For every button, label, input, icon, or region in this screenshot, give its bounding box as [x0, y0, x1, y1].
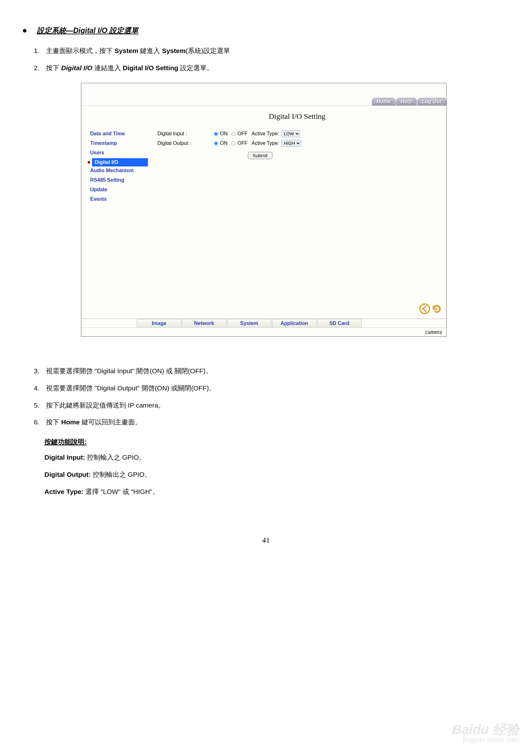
reload-icon[interactable]	[431, 303, 443, 316]
digital-input-row: Digital Input : ON OFF Active Type: LOW	[158, 130, 437, 137]
tab-network[interactable]: Network	[182, 319, 226, 328]
step-3: 視需要選擇開啓 "Digital Input" 開啓(ON) 或 關閉(OFF)…	[41, 365, 510, 377]
sidebar-item-users[interactable]: Users	[88, 148, 148, 157]
digital-input-active-type-select[interactable]: LOW	[282, 130, 300, 137]
content-area: Date and Time Timestamp Users Digital I/…	[81, 105, 446, 319]
step-6: 按下 Home 鍵可以回到主畫面。	[41, 417, 510, 428]
topbar-area: Home Help Log Out	[81, 83, 446, 105]
footer-label: camera	[81, 328, 446, 337]
sidebar-item-rs485[interactable]: RS485 Setting	[88, 176, 148, 184]
sidebar: Date and Time Timestamp Users Digital I/…	[81, 106, 148, 319]
steps-bottom: 視需要選擇開啓 "Digital Input" 開啓(ON) 或 關閉(OFF)…	[41, 365, 510, 428]
active-type-label: Active Type:	[251, 131, 279, 137]
tab-system[interactable]: System	[227, 319, 271, 328]
digital-output-active-type-select[interactable]: HIGH	[282, 140, 301, 147]
digital-output-controls: ON OFF Active Type: HIGH	[212, 140, 437, 147]
digital-output-label: Digital Output :	[158, 140, 212, 146]
tabbar-spacer	[81, 319, 137, 328]
digital-output-on-radio[interactable]	[214, 141, 218, 146]
digital-input-off-radio[interactable]	[231, 132, 236, 136]
topbar: Home Help Log Out	[371, 98, 446, 105]
step-1: 主畫面顯示模式，按下 System 鍵進入 System(系統)設定選單	[41, 45, 510, 57]
submit-row: Submit	[248, 152, 437, 159]
back-icon[interactable]	[419, 303, 430, 316]
sidebar-item-timestamp[interactable]: Timestamp	[88, 139, 148, 148]
sidebar-item-digital-io[interactable]: Digital I/O	[92, 158, 148, 167]
keydesc-3: Active Type: 選擇 "LOW" 或 "HIGH"。	[44, 486, 510, 498]
sidebar-item-events[interactable]: Events	[88, 195, 148, 203]
logout-button[interactable]: Log Out	[418, 98, 446, 105]
svg-point-0	[420, 304, 429, 313]
keydesc-2: Digital Output: 控制輸出之 GPIO。	[44, 469, 510, 481]
steps-top: 主畫面顯示模式，按下 System 鍵進入 System(系統)設定選單 按下 …	[41, 45, 510, 73]
step-2: 按下 Digital I/O 連結進入 Digital I/O Setting …	[41, 62, 510, 74]
main-panel: Digital I/O Setting Digital Input : ON O…	[148, 106, 446, 319]
page-number: 41	[22, 536, 510, 545]
home-button[interactable]: Home	[372, 98, 395, 105]
bottom-tabbar: Image Network System Application SD Card	[81, 319, 446, 328]
app-window: Home Help Log Out Date and Time Timestam…	[81, 83, 446, 337]
tab-application[interactable]: Application	[272, 319, 317, 328]
keydesc-1: Digital Input: 控制輸入之 GPIO。	[44, 451, 510, 464]
tab-sdcard[interactable]: SD Card	[317, 319, 362, 328]
keydesc-title: 按鍵功能說明:	[44, 437, 510, 446]
step-4: 視需要選擇開啓 "Digital Output" 開啓(ON) 或關閉(OFF)…	[41, 383, 510, 394]
tab-image[interactable]: Image	[137, 319, 181, 328]
bullet-icon: ●	[22, 25, 27, 35]
sidebar-item-audio[interactable]: Audio Mechanism	[88, 167, 148, 175]
section-title: 設定系統—Digital I/O 設定選單	[37, 26, 139, 36]
digital-input-label: Digital Input :	[158, 131, 212, 137]
active-type-label-2: Active Type:	[251, 140, 279, 146]
sidebar-item-update[interactable]: Update	[88, 185, 148, 194]
sidebar-item-date-time[interactable]: Date and Time	[88, 130, 148, 138]
page-title: Digital I/O Setting	[158, 112, 437, 121]
sidebar-active-row: Digital I/O	[88, 158, 148, 167]
section-header: ● 設定系統—Digital I/O 設定選單	[22, 25, 510, 36]
step-5: 按下此鍵將新設定值傳送到 IP camera。	[41, 400, 510, 411]
digital-input-on-radio[interactable]	[214, 132, 218, 136]
help-button[interactable]: Help	[396, 98, 417, 105]
digital-output-off-radio[interactable]	[231, 141, 236, 146]
active-marker-icon	[88, 161, 90, 164]
submit-button[interactable]: Submit	[248, 152, 272, 159]
digital-input-controls: ON OFF Active Type: LOW	[212, 130, 437, 137]
digital-output-row: Digital Output : ON OFF Active Type: HIG…	[158, 140, 437, 147]
corner-nav	[419, 303, 443, 316]
